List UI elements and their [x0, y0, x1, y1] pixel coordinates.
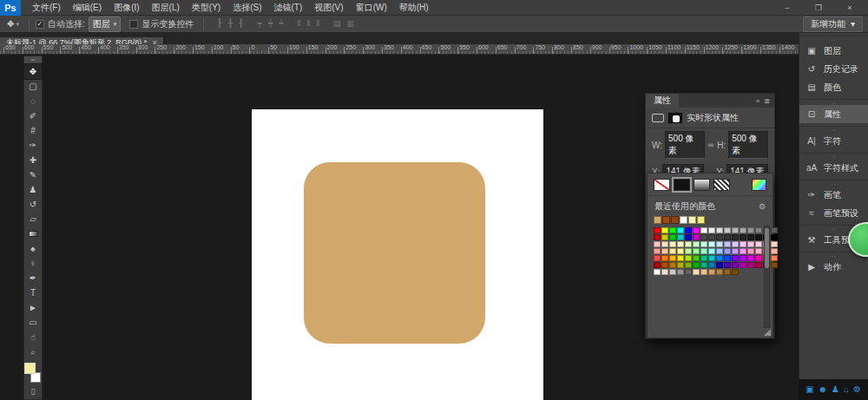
- color-swatch[interactable]: [771, 262, 778, 268]
- color-swatch[interactable]: [685, 262, 692, 268]
- color-swatch[interactable]: [693, 269, 700, 275]
- color-swatch[interactable]: [677, 262, 684, 268]
- distribute-center-icon[interactable]: ⫴: [307, 19, 311, 29]
- dock-item-画笔[interactable]: ✑画笔: [799, 186, 868, 204]
- color-swatch[interactable]: [685, 234, 692, 240]
- eraser-tool[interactable]: ▱: [24, 212, 42, 226]
- color-swatch[interactable]: [693, 262, 700, 268]
- color-swatch[interactable]: [677, 234, 684, 240]
- align-bottom-icon[interactable]: ┷: [279, 19, 283, 29]
- color-swatch[interactable]: [771, 234, 778, 240]
- color-swatch[interactable]: [755, 241, 762, 247]
- align-left-icon[interactable]: ┠: [217, 19, 221, 29]
- 3d-mode-a-icon[interactable]: ▤: [333, 19, 341, 29]
- color-swatch[interactable]: [693, 234, 700, 240]
- color-swatch[interactable]: [708, 248, 715, 254]
- color-swatch[interactable]: [755, 234, 762, 240]
- close-button[interactable]: ×: [844, 3, 856, 12]
- color-swatch[interactable]: [661, 234, 668, 240]
- color-swatch[interactable]: [732, 248, 739, 254]
- color-swatch[interactable]: [669, 227, 676, 233]
- recent-color-swatch[interactable]: [671, 216, 679, 224]
- tools-panel-gripper[interactable]: ▪▪: [24, 56, 42, 64]
- color-swatch[interactable]: [740, 241, 746, 247]
- color-swatch[interactable]: [693, 255, 700, 261]
- auto-select-checkbox[interactable]: ✓: [36, 20, 44, 29]
- dock-item-历史记录[interactable]: ↺历史记录: [799, 60, 868, 78]
- color-swatch[interactable]: [747, 255, 754, 261]
- color-swatch[interactable]: [677, 241, 684, 247]
- color-swatch[interactable]: [724, 255, 731, 261]
- color-swatch[interactable]: [747, 241, 754, 247]
- color-swatch[interactable]: [669, 269, 676, 275]
- color-swatch[interactable]: [716, 241, 723, 247]
- dock-item-画笔预设[interactable]: ≈画笔预设: [799, 204, 868, 222]
- color-swatch[interactable]: [755, 227, 762, 233]
- path-selection-tool[interactable]: ►: [24, 300, 42, 315]
- healing-brush-tool[interactable]: ✚: [24, 153, 42, 167]
- color-swatch[interactable]: [747, 234, 754, 240]
- color-swatch[interactable]: [654, 255, 661, 261]
- color-swatch[interactable]: [661, 227, 668, 233]
- color-swatch[interactable]: [685, 255, 692, 261]
- color-swatch[interactable]: [732, 234, 739, 240]
- color-swatch[interactable]: [700, 269, 707, 275]
- color-swatch[interactable]: [716, 227, 723, 233]
- color-swatch[interactable]: [700, 234, 707, 240]
- color-swatch[interactable]: [661, 241, 668, 247]
- recent-color-swatch[interactable]: [662, 216, 670, 224]
- tool-preset-caret-icon[interactable]: ▾: [16, 21, 19, 28]
- minimize-button[interactable]: –: [781, 3, 793, 12]
- color-swatch[interactable]: [708, 241, 715, 247]
- popup-scrollbar-thumb[interactable]: [765, 228, 769, 268]
- gear-icon[interactable]: ⚙: [759, 202, 766, 211]
- history-brush-tool[interactable]: ↺: [24, 197, 42, 212]
- color-swatch[interactable]: [693, 248, 700, 254]
- crop-tool[interactable]: #: [24, 123, 42, 138]
- color-swatch[interactable]: [747, 262, 754, 268]
- lasso-tool[interactable]: ◌: [24, 94, 42, 108]
- color-swatch[interactable]: [724, 262, 731, 268]
- color-swatch[interactable]: [716, 255, 723, 261]
- menu-layer[interactable]: 图层(L): [146, 0, 186, 16]
- menu-view[interactable]: 视图(V): [308, 0, 349, 16]
- workspace-switcher-button[interactable]: 新增功能 ▾: [803, 16, 863, 32]
- popup-scrollbar[interactable]: [764, 226, 770, 328]
- recent-color-swatch[interactable]: [697, 216, 705, 224]
- quick-selection-tool[interactable]: ✐: [24, 108, 42, 123]
- pen-tool[interactable]: ✒: [24, 271, 42, 285]
- color-swatch[interactable]: [677, 227, 684, 233]
- color-swatch[interactable]: [661, 262, 668, 268]
- menu-window[interactable]: 窗口(W): [350, 0, 393, 16]
- menu-filter[interactable]: 滤镜(T): [268, 0, 309, 16]
- color-swatch[interactable]: [716, 234, 723, 240]
- dock-item-图层[interactable]: ▣图层: [799, 42, 868, 60]
- dodge-tool[interactable]: ♀: [24, 256, 42, 271]
- color-swatch[interactable]: [771, 227, 778, 233]
- properties-tab[interactable]: 属性: [646, 94, 679, 108]
- color-swatch[interactable]: [654, 248, 661, 254]
- monitor-icon[interactable]: ▣: [806, 384, 813, 394]
- restore-button[interactable]: ❐: [812, 3, 825, 12]
- clothes-icon[interactable]: ♟: [832, 384, 839, 394]
- foreground-color-swatch[interactable]: [24, 363, 36, 374]
- color-swatch[interactable]: [669, 241, 676, 247]
- distribute-left-icon[interactable]: ⫴: [298, 19, 301, 29]
- color-swatch[interactable]: [654, 234, 661, 240]
- color-swatch[interactable]: [700, 255, 707, 261]
- color-swatch[interactable]: [724, 234, 731, 240]
- shape-tool[interactable]: ▭: [24, 315, 42, 330]
- color-swatch[interactable]: [740, 262, 746, 268]
- user-icon[interactable]: ☻: [818, 384, 827, 394]
- no-color-button[interactable]: [654, 179, 670, 191]
- color-swatch[interactable]: [724, 269, 731, 275]
- menu-file[interactable]: 文件(F): [26, 0, 67, 16]
- color-swatch[interactable]: [771, 248, 778, 254]
- auto-select-dropdown[interactable]: 图层 ▾: [89, 16, 122, 32]
- align-right-icon[interactable]: ┨: [239, 19, 243, 29]
- color-swatch[interactable]: [708, 262, 715, 268]
- color-swatch[interactable]: [732, 262, 739, 268]
- clone-stamp-tool[interactable]: ♟: [24, 182, 42, 197]
- align-middle-icon[interactable]: ┿: [268, 19, 273, 29]
- color-swatch[interactable]: [654, 241, 661, 247]
